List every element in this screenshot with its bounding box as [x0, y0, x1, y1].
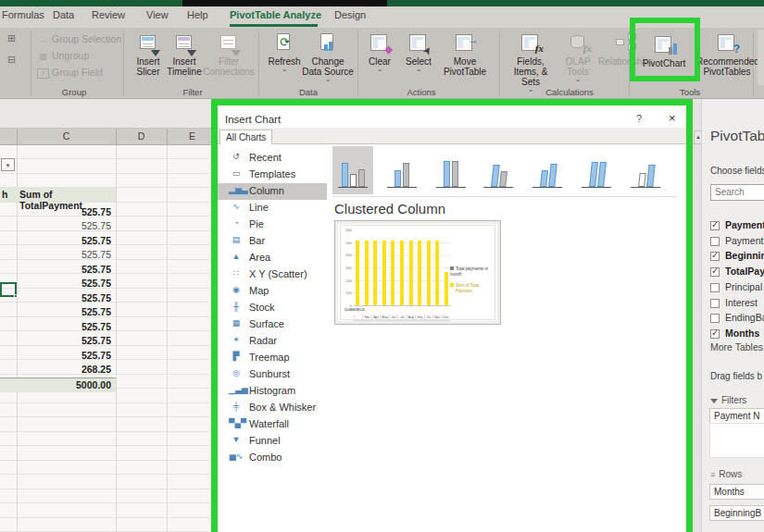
- pivot-value-cell[interactable]: 525.75: [17, 335, 111, 349]
- pivot-value-cell[interactable]: 268.25: [17, 364, 111, 377]
- checkbox-icon[interactable]: [710, 299, 720, 308]
- chart-type-recent[interactable]: ↺Recent: [218, 150, 327, 167]
- group-field-button[interactable]: 7Group Field: [37, 67, 103, 79]
- pivot-value-cell[interactable]: 525.75: [17, 235, 111, 249]
- field-row-principal[interactable]: Principal: [710, 278, 762, 291]
- tab-review[interactable]: Review: [92, 9, 125, 20]
- filter-dropdown-button[interactable]: ▾: [1, 158, 15, 171]
- tab-help[interactable]: Help: [187, 9, 208, 20]
- field-row-beginningbalance[interactable]: Beginnin: [710, 246, 764, 259]
- pivot-value-cell[interactable]: 525.75: [17, 350, 111, 364]
- help-icon[interactable]: ?: [636, 113, 642, 124]
- tab-design[interactable]: Design: [334, 9, 366, 20]
- chart-type-templates[interactable]: ▭Templates: [218, 167, 327, 183]
- fields-items-sets-button[interactable]: fx Fields, Items, & Sets⌄: [504, 33, 557, 93]
- olap-tools-button: fx OLAP Tools⌄: [559, 33, 596, 82]
- field-row-months[interactable]: Months: [710, 324, 759, 337]
- rows-area-header: ≡Rows: [710, 469, 742, 479]
- chart-type-surface[interactable]: ▦Surface: [218, 316, 327, 333]
- subtype-3d-clustered-column[interactable]: [477, 146, 522, 194]
- column-header-e[interactable]: E: [167, 130, 218, 142]
- subtype-3d-100-stacked-column[interactable]: [575, 146, 620, 194]
- subtype-3d-stacked-column[interactable]: [526, 146, 571, 194]
- chart-type-funnel[interactable]: ▼Funnel: [218, 433, 327, 450]
- more-tables-link[interactable]: More Tables: [710, 341, 763, 353]
- chart-type-map[interactable]: ◉Map: [218, 283, 327, 300]
- pivot-value-cell[interactable]: 525.75: [17, 264, 111, 278]
- collapse-field-icon[interactable]: ⊟: [7, 54, 16, 66]
- chart-type-bar[interactable]: ▤Bar: [218, 233, 327, 250]
- subtype-stacked-column[interactable]: [382, 146, 422, 194]
- chart-type-waterfall[interactable]: ▀▄▀Waterfall: [218, 416, 327, 433]
- checkbox-icon[interactable]: [710, 314, 720, 323]
- group-separator: [31, 31, 31, 96]
- checkbox-icon[interactable]: [710, 237, 720, 246]
- ungroup-button[interactable]: ▦Ungroup: [37, 50, 89, 61]
- checkbox-icon[interactable]: [710, 329, 720, 339]
- pivot-value-cell[interactable]: 525.75: [17, 249, 111, 263]
- choose-fields-label: Choose fields: [710, 166, 764, 176]
- chart-type-treemap[interactable]: ▛Treemap: [218, 350, 327, 366]
- tab-all-charts[interactable]: All Charts: [219, 130, 272, 145]
- subtype-clustered-column[interactable]: [332, 146, 373, 194]
- active-cell-selection[interactable]: [0, 282, 17, 297]
- combo-chart-icon: ▅∿: [229, 452, 244, 461]
- subtype-3d-column[interactable]: [624, 146, 670, 194]
- dialog-tab-strip: All Charts: [218, 128, 686, 144]
- rows-chip-months[interactable]: Months: [709, 484, 764, 500]
- checkbox-icon[interactable]: [710, 283, 720, 292]
- pivot-value-cell[interactable]: 525.75: [17, 321, 111, 335]
- field-row-paymentdate[interactable]: PaymentD: [710, 231, 764, 244]
- close-icon[interactable]: ×: [669, 111, 676, 125]
- pivot-value-cell[interactable]: 525.75: [17, 220, 111, 234]
- subtype-100-stacked-column[interactable]: [431, 146, 471, 194]
- refresh-button[interactable]: ⟳ Refresh⌄: [263, 33, 306, 72]
- filters-chip-payment[interactable]: Payment N: [709, 408, 764, 424]
- chart-type-histogram[interactable]: ▁▃▅Histogram: [218, 383, 327, 400]
- column-header-d[interactable]: D: [116, 130, 167, 142]
- chevron-down-icon: ⌄: [400, 67, 437, 72]
- change-data-source-button[interactable]: Change Data Source⌄: [302, 33, 354, 82]
- field-row-interest[interactable]: Interest: [710, 293, 758, 306]
- active-tab-underline: [230, 24, 318, 27]
- chart-type-pie[interactable]: ◔Pie: [218, 217, 327, 233]
- group-selection-button[interactable]: →Group Selection: [37, 33, 121, 44]
- chart-type-area[interactable]: ▲Area: [218, 250, 327, 266]
- tab-view[interactable]: View: [146, 9, 169, 20]
- pivot-value-cell[interactable]: 525.75: [17, 206, 111, 220]
- chart-type-radar[interactable]: ✶Radar: [218, 333, 327, 350]
- grand-total-row[interactable]: 5000.00: [0, 377, 116, 392]
- move-pivottable-button[interactable]: → Move PivotTable: [439, 33, 491, 77]
- expand-field-icon[interactable]: ⊞: [7, 32, 16, 44]
- pane-title: PivotTab: [710, 128, 764, 144]
- chart-type-scatter[interactable]: ∷X Y (Scatter): [218, 266, 327, 283]
- chart-type-line[interactable]: ∿Line: [218, 200, 327, 217]
- pivotchart-button[interactable]: PivotChart: [635, 35, 693, 68]
- chart-preview-card[interactable]: 6005004003002001000 (5,00B4DE)5.25 MarAp…: [334, 220, 501, 325]
- clear-button[interactable]: ◆ Clear⌄: [361, 33, 398, 72]
- search-input[interactable]: Search: [710, 184, 764, 201]
- field-row-totalpayment[interactable]: TotalPay: [710, 262, 764, 275]
- tab-formulas[interactable]: Formulas: [2, 9, 44, 20]
- column-header-c[interactable]: C: [17, 130, 116, 142]
- pivot-value-cell[interactable]: 525.75: [17, 306, 111, 320]
- sunburst-chart-icon: ◎: [229, 368, 244, 377]
- chart-type-column[interactable]: ▂▅▃Column: [218, 183, 327, 200]
- tab-pivottable-analyze[interactable]: PivotTable Analyze: [230, 9, 321, 20]
- pivot-value-cell[interactable]: 525.75: [17, 278, 111, 291]
- filters-drop-zone[interactable]: [709, 423, 764, 458]
- checkbox-icon[interactable]: [710, 267, 720, 277]
- recommended-pivottables-button[interactable]: ? Recommended PivotTables: [696, 33, 758, 77]
- checkbox-icon[interactable]: [710, 221, 720, 230]
- chart-type-sunburst[interactable]: ◎Sunburst: [218, 366, 327, 383]
- chart-type-combo[interactable]: ▅∿Combo: [218, 450, 327, 466]
- tab-data[interactable]: Data: [53, 9, 74, 20]
- field-row-payment[interactable]: Payment: [710, 216, 764, 229]
- chart-type-stock[interactable]: ╫Stock: [218, 300, 327, 316]
- checkbox-icon[interactable]: [710, 252, 720, 261]
- pivot-value-cell[interactable]: 525.75: [17, 292, 111, 306]
- chart-type-box-whisker[interactable]: ╪Box & Whisker: [218, 400, 327, 416]
- rows-chip-beginningbalance[interactable]: BeginningB: [709, 505, 764, 521]
- select-button[interactable]: ➤ Select⌄: [400, 33, 437, 72]
- field-row-endingbalance[interactable]: EndingBa: [710, 308, 764, 321]
